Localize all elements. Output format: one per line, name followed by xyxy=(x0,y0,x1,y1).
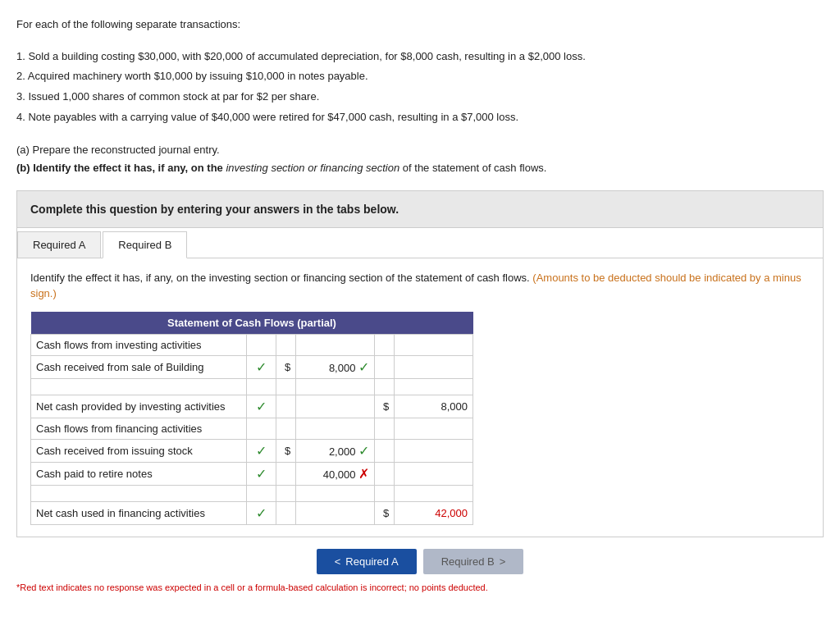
dollar-sign-2 xyxy=(375,485,395,501)
value-1 xyxy=(296,378,375,395)
dollar-sign-2 xyxy=(375,378,395,395)
complete-box: Complete this question by entering your … xyxy=(16,190,824,228)
instruction-a: (a) Prepare the reconstructed journal en… xyxy=(16,141,824,159)
value-1: 8,000 ✓ xyxy=(296,355,375,378)
table-row: Cash paid to retire notes✓40,000 ✗ xyxy=(31,462,473,485)
instructions: (a) Prepare the reconstructed journal en… xyxy=(16,141,824,177)
check-icon-1: ✓ xyxy=(247,355,276,378)
transaction-3: 3. Issued 1,000 shares of common stock a… xyxy=(16,87,824,107)
value-2 xyxy=(395,485,473,501)
identify-text-prefix: Identify the effect it has, if any, on t… xyxy=(30,272,530,284)
value-1 xyxy=(296,501,375,524)
value-2 xyxy=(395,355,473,378)
cash-flow-table-wrapper: Statement of Cash Flows (partial) Cash f… xyxy=(30,312,473,525)
complete-box-text: Complete this question by entering your … xyxy=(30,203,399,216)
dollar-sign-2 xyxy=(375,418,395,439)
value-1 xyxy=(296,485,375,501)
row-label: Cash received from issuing stock xyxy=(31,439,247,462)
dollar-sign-2 xyxy=(375,334,395,355)
dollar-sign-2: $ xyxy=(375,501,395,524)
row-label: Cash paid to retire notes xyxy=(31,462,247,485)
check-icon-1: ✓ xyxy=(247,501,276,524)
value-1 xyxy=(296,395,375,418)
dollar-sign-1: $ xyxy=(276,439,296,462)
dollar-sign-1 xyxy=(276,501,296,524)
value-2 xyxy=(395,462,473,485)
row-label: Net cash provided by investing activitie… xyxy=(31,395,247,418)
dollar-sign-2 xyxy=(375,355,395,378)
transaction-1: 1. Sold a building costing $30,000, with… xyxy=(16,47,824,67)
row-label: Net cash used in financing activities xyxy=(31,501,247,524)
value-2 xyxy=(395,334,473,355)
dollar-sign-1 xyxy=(276,418,296,439)
check-icon-1 xyxy=(247,485,276,501)
cash-flow-table: Statement of Cash Flows (partial) Cash f… xyxy=(30,312,473,525)
value-1 xyxy=(296,334,375,355)
check-icon-1 xyxy=(247,378,276,395)
dollar-sign-2 xyxy=(375,439,395,462)
transactions-list: 1. Sold a building costing $30,000, with… xyxy=(16,47,824,128)
prev-arrow-icon: < xyxy=(335,555,341,568)
tab-required-b[interactable]: Required B xyxy=(103,231,187,258)
instruction-b-prefix: (b) Identify the effect it has, if any, … xyxy=(16,162,223,174)
value-2: 42,000 xyxy=(395,501,473,524)
value-1: 2,000 ✓ xyxy=(296,439,375,462)
instruction-b-suffix: of the statement of cash flows. xyxy=(403,162,547,174)
table-row: Net cash provided by investing activitie… xyxy=(31,395,473,418)
intro-heading: For each of the following separate trans… xyxy=(16,16,824,34)
check-icon-1: ✓ xyxy=(247,395,276,418)
row-label xyxy=(31,485,247,501)
value-1 xyxy=(296,418,375,439)
next-button-label: Required B xyxy=(441,555,495,568)
transaction-4: 4. Note payables with a carrying value o… xyxy=(16,107,824,128)
dollar-sign-2 xyxy=(375,462,395,485)
table-row: Cash received from issuing stock✓$2,000 … xyxy=(31,439,473,462)
row-label: Cash flows from financing activities xyxy=(31,418,247,439)
tabs-header: Required A Required B xyxy=(17,228,823,258)
instruction-b-italic: investing section or financing section xyxy=(226,162,399,174)
row-label xyxy=(31,378,247,395)
dollar-sign-1: $ xyxy=(276,355,296,378)
tabs-container: Required A Required B Identify the effec… xyxy=(16,228,824,537)
next-arrow-icon: > xyxy=(500,555,506,568)
check-icon-1: ✓ xyxy=(247,439,276,462)
identify-text: Identify the effect it has, if any, on t… xyxy=(30,270,810,302)
value-2 xyxy=(395,378,473,395)
tab-required-a[interactable]: Required A xyxy=(17,231,101,258)
next-button[interactable]: Required B > xyxy=(423,549,524,574)
prev-button-label: Required A xyxy=(345,555,398,568)
prev-button[interactable]: < Required A xyxy=(317,549,417,574)
table-row: Cash received from sale of Building✓$8,0… xyxy=(31,355,473,378)
value-2: 8,000 xyxy=(395,395,473,418)
check-icon-1 xyxy=(247,418,276,439)
footnote: *Red text indicates no response was expe… xyxy=(16,582,824,592)
row-label: Cash received from sale of Building xyxy=(31,355,247,378)
table-header: Statement of Cash Flows (partial) xyxy=(31,312,473,335)
dollar-sign-2: $ xyxy=(375,395,395,418)
dollar-sign-1 xyxy=(276,378,296,395)
check-icon-1 xyxy=(247,334,276,355)
dollar-sign-1 xyxy=(276,334,296,355)
table-row: Cash flows from financing activities xyxy=(31,418,473,439)
dollar-sign-1 xyxy=(276,485,296,501)
table-row: Net cash used in financing activities✓$4… xyxy=(31,501,473,524)
value-2 xyxy=(395,439,473,462)
row-label: Cash flows from investing activities xyxy=(31,334,247,355)
dollar-sign-1 xyxy=(276,395,296,418)
nav-buttons: < Required A Required B > xyxy=(16,549,824,574)
value-1: 40,000 ✗ xyxy=(296,462,375,485)
transaction-2: 2. Acquired machinery worth $10,000 by i… xyxy=(16,66,824,87)
table-row xyxy=(31,378,473,395)
check-icon-1: ✓ xyxy=(247,462,276,485)
tab-b-content: Identify the effect it has, if any, on t… xyxy=(17,258,823,537)
dollar-sign-1 xyxy=(276,462,296,485)
value-2 xyxy=(395,418,473,439)
instruction-b: (b) Identify the effect it has, if any, … xyxy=(16,159,824,177)
table-row: Cash flows from investing activities xyxy=(31,334,473,355)
table-row xyxy=(31,485,473,501)
